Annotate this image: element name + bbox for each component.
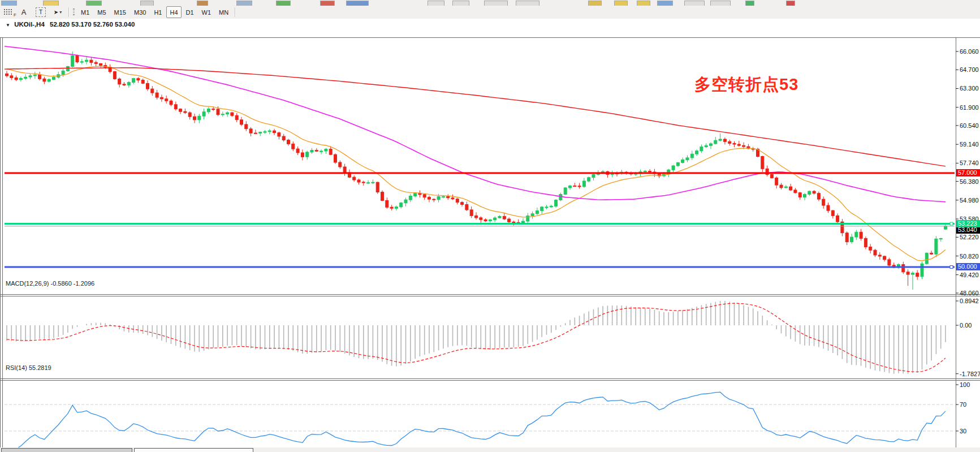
clipped-main-toolbar	[0, 0, 980, 6]
timeframe-button-mn[interactable]: MN	[215, 6, 232, 18]
clipped-icon-fragment	[516, 1, 539, 6]
clipped-icon-fragment	[236, 1, 252, 6]
ohlc-values-label: 52.820 53.170 52.760 53.040	[50, 21, 135, 28]
clipped-icon-fragment	[428, 1, 444, 6]
chart-tabs-strip-clipped	[0, 447, 980, 452]
clipped-icon-fragment	[140, 1, 154, 6]
rsi-indicator-label: RSI(14) 55.2819	[6, 364, 51, 371]
chevron-down-icon: ▾	[59, 10, 62, 15]
text-label-tool-button[interactable]: A	[16, 6, 32, 18]
trading-platform-window: F A T ➤ ▾ M1M5M15M30H1H4D1W1MN 66.06064.…	[0, 0, 980, 452]
toolbar-drag-handle[interactable]	[73, 8, 75, 16]
text-box-tool-button[interactable]: T	[33, 6, 49, 18]
macd-indicator-label: MACD(12,26,9) -0.5860 -1.2096	[6, 280, 94, 287]
arrows-tool-button[interactable]: ➤ ▾	[50, 6, 66, 18]
clipped-icon-fragment	[786, 1, 795, 6]
clipped-icon-fragment	[452, 1, 469, 6]
clipped-icon-fragment	[637, 1, 650, 6]
clipped-icon-fragment	[1, 1, 17, 6]
clipped-icon-fragment	[276, 1, 291, 6]
clipped-icon-fragment	[86, 1, 102, 6]
toolbar-separator	[68, 7, 70, 17]
grid-dots-icon[interactable]: F	[3, 8, 13, 16]
timeframe-button-w1[interactable]: W1	[198, 6, 215, 18]
timeframe-button-d1[interactable]: D1	[183, 6, 197, 18]
timeframe-buttons-group: M1M5M15M30H1H4D1W1MN	[77, 6, 232, 19]
chart-canvas[interactable]	[0, 19, 980, 452]
timeframe-button-m15[interactable]: M15	[111, 6, 129, 18]
symbol-period-label: UKOil-,H4	[14, 21, 45, 28]
clipped-icon-fragment	[197, 1, 208, 6]
clipped-icon-fragment	[43, 1, 59, 6]
clipped-icon-fragment	[745, 1, 754, 6]
t-box-icon: T	[36, 7, 46, 17]
symbol-dropdown-icon[interactable]: ▼	[6, 23, 10, 28]
clipped-icon-fragment	[320, 1, 335, 6]
chart-tab[interactable]	[134, 448, 253, 452]
timeframe-button-m5[interactable]: M5	[94, 6, 109, 18]
timeframe-button-m30[interactable]: M30	[131, 6, 149, 18]
clipped-icon-fragment	[346, 1, 369, 6]
chart-text-annotation: 多空转折点53	[694, 74, 798, 96]
chart-title: ▼ UKOil-,H4 52.820 53.170 52.760 53.040	[6, 21, 135, 28]
clipped-icon-fragment	[484, 1, 508, 6]
clipped-icon-fragment	[684, 1, 705, 6]
clipped-icon-fragment	[710, 1, 731, 6]
grid-f-label: F	[14, 12, 16, 18]
clipped-icon-fragment	[614, 1, 628, 6]
chart-tab[interactable]	[1, 448, 132, 452]
drawing-and-timeframe-toolbar: F A T ➤ ▾ M1M5M15M30H1H4D1W1MN	[0, 6, 980, 19]
clipped-icon-fragment	[657, 1, 673, 6]
toolbar-separator	[235, 7, 236, 17]
arrow-icon: ➤	[54, 9, 58, 15]
clipped-icon-fragment	[588, 1, 602, 6]
timeframe-button-h4[interactable]: H4	[166, 6, 181, 18]
drawing-tools-group: F A T ➤ ▾	[0, 6, 66, 19]
timeframe-button-h1[interactable]: H1	[150, 6, 165, 18]
chart-window: 66.06064.70063.30061.90060.54059.14057.7…	[0, 19, 980, 447]
timeframe-button-m1[interactable]: M1	[77, 6, 93, 18]
